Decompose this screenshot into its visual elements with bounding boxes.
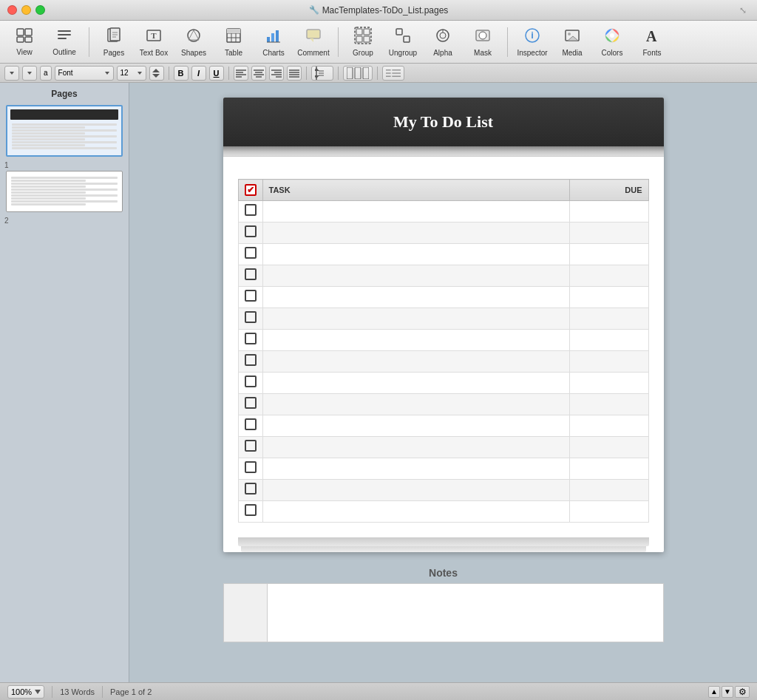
toolbar-inspector[interactable]: i Inspector bbox=[514, 23, 551, 61]
next-page-button[interactable]: ▼ bbox=[722, 686, 733, 698]
row-checkbox-cell[interactable] bbox=[238, 265, 262, 287]
toolbar-charts[interactable]: Charts bbox=[255, 23, 292, 61]
row-checkbox[interactable] bbox=[245, 268, 257, 280]
row-checkbox[interactable] bbox=[245, 397, 257, 409]
row-checkbox-cell[interactable] bbox=[238, 373, 262, 394]
format-columns-stepper[interactable] bbox=[343, 66, 373, 81]
row-task-cell[interactable] bbox=[262, 201, 570, 222]
toolbar-mask[interactable]: Mask bbox=[464, 23, 501, 61]
toolbar-textbox[interactable]: T Text Box bbox=[135, 23, 172, 61]
row-task-cell[interactable] bbox=[262, 222, 570, 244]
row-task-cell[interactable] bbox=[262, 501, 570, 523]
row-checkbox-cell[interactable] bbox=[238, 415, 262, 437]
row-due-cell[interactable] bbox=[570, 394, 648, 415]
toolbar-alpha[interactable]: Alpha bbox=[424, 23, 461, 61]
row-due-cell[interactable] bbox=[570, 501, 648, 523]
row-checkbox[interactable] bbox=[245, 354, 257, 366]
format-paragraph-dropdown[interactable] bbox=[22, 66, 37, 81]
row-checkbox[interactable] bbox=[245, 376, 257, 387]
toolbar-table[interactable]: Table bbox=[215, 23, 252, 61]
row-checkbox[interactable] bbox=[245, 440, 257, 452]
row-task-cell[interactable] bbox=[262, 287, 570, 308]
canvas-area[interactable]: My To Do List ✔ TASK DUE bbox=[129, 83, 757, 682]
row-task-cell[interactable] bbox=[262, 244, 570, 265]
row-checkbox-cell[interactable] bbox=[238, 222, 262, 244]
row-checkbox[interactable] bbox=[245, 483, 257, 495]
row-task-cell[interactable] bbox=[262, 265, 570, 287]
row-due-cell[interactable] bbox=[570, 287, 648, 308]
row-due-cell[interactable] bbox=[570, 437, 648, 458]
row-checkbox-cell[interactable] bbox=[238, 308, 262, 330]
row-task-cell[interactable] bbox=[262, 308, 570, 330]
row-due-cell[interactable] bbox=[570, 330, 648, 351]
row-checkbox[interactable] bbox=[245, 204, 257, 216]
row-due-cell[interactable] bbox=[570, 265, 648, 287]
minimize-button[interactable] bbox=[21, 5, 31, 15]
format-align-left-button[interactable] bbox=[234, 66, 248, 81]
format-align-right-button[interactable] bbox=[269, 66, 284, 81]
row-checkbox-cell[interactable] bbox=[238, 480, 262, 501]
page-thumbnail-1[interactable] bbox=[6, 105, 123, 157]
row-checkbox[interactable] bbox=[245, 461, 257, 473]
row-task-cell[interactable] bbox=[262, 458, 570, 480]
toolbar-media[interactable]: Media bbox=[554, 23, 591, 61]
toolbar-shapes[interactable]: Shapes bbox=[175, 23, 212, 61]
row-task-cell[interactable] bbox=[262, 351, 570, 373]
row-due-cell[interactable] bbox=[570, 244, 648, 265]
row-due-cell[interactable] bbox=[570, 480, 648, 501]
row-checkbox-cell[interactable] bbox=[238, 501, 262, 523]
settings-button[interactable]: ⚙ bbox=[735, 686, 750, 698]
row-checkbox[interactable] bbox=[245, 225, 257, 237]
zoom-dropdown[interactable]: 100% bbox=[7, 685, 44, 699]
row-due-cell[interactable] bbox=[570, 415, 648, 437]
format-spacing-stepper[interactable] bbox=[311, 66, 333, 81]
row-task-cell[interactable] bbox=[262, 330, 570, 351]
format-text-align-left-icon[interactable]: a bbox=[40, 66, 52, 81]
row-due-cell[interactable] bbox=[570, 308, 648, 330]
prev-page-button[interactable]: ▲ bbox=[708, 686, 720, 698]
row-checkbox-cell[interactable] bbox=[238, 458, 262, 480]
page-thumbnail-2[interactable] bbox=[6, 171, 123, 212]
row-due-cell[interactable] bbox=[570, 222, 648, 244]
row-checkbox[interactable] bbox=[245, 290, 257, 302]
toolbar-colors[interactable]: Colors bbox=[594, 23, 631, 61]
notes-main-panel[interactable] bbox=[268, 583, 664, 642]
toolbar-ungroup[interactable]: Ungroup bbox=[384, 23, 421, 61]
row-task-cell[interactable] bbox=[262, 373, 570, 394]
row-checkbox-cell[interactable] bbox=[238, 244, 262, 265]
row-due-cell[interactable] bbox=[570, 458, 648, 480]
row-due-cell[interactable] bbox=[570, 351, 648, 373]
row-due-cell[interactable] bbox=[570, 201, 648, 222]
header-checkbox[interactable]: ✔ bbox=[245, 184, 257, 196]
toolbar-group[interactable]: Group bbox=[344, 23, 381, 61]
toolbar-comment[interactable]: Comment bbox=[295, 23, 332, 61]
row-checkbox[interactable] bbox=[245, 418, 257, 430]
format-size-stepper[interactable] bbox=[149, 66, 164, 81]
format-italic-button[interactable]: I bbox=[191, 66, 206, 81]
row-checkbox-cell[interactable] bbox=[238, 201, 262, 222]
format-bold-button[interactable]: B bbox=[174, 66, 189, 81]
format-style-dropdown[interactable] bbox=[4, 66, 19, 81]
format-justify-button[interactable] bbox=[287, 66, 302, 81]
format-list-dropdown[interactable] bbox=[382, 66, 404, 81]
row-checkbox-cell[interactable] bbox=[238, 351, 262, 373]
row-checkbox-cell[interactable] bbox=[238, 287, 262, 308]
toolbar-view[interactable]: View bbox=[6, 23, 43, 61]
maximize-button[interactable] bbox=[35, 5, 45, 15]
format-underline-button[interactable]: U bbox=[209, 66, 224, 81]
row-checkbox-cell[interactable] bbox=[238, 394, 262, 415]
row-task-cell[interactable] bbox=[262, 437, 570, 458]
toolbar-fonts[interactable]: A Fonts bbox=[634, 23, 671, 61]
row-checkbox[interactable] bbox=[245, 311, 257, 323]
row-task-cell[interactable] bbox=[262, 480, 570, 501]
row-checkbox-cell[interactable] bbox=[238, 437, 262, 458]
row-checkbox-cell[interactable] bbox=[238, 330, 262, 351]
row-task-cell[interactable] bbox=[262, 394, 570, 415]
toolbar-pages[interactable]: Pages bbox=[95, 23, 132, 61]
close-button[interactable] bbox=[7, 5, 17, 15]
format-align-center-button[interactable] bbox=[251, 66, 266, 81]
row-checkbox[interactable] bbox=[245, 247, 257, 259]
row-due-cell[interactable] bbox=[570, 373, 648, 394]
row-checkbox[interactable] bbox=[245, 504, 257, 516]
row-task-cell[interactable] bbox=[262, 415, 570, 437]
